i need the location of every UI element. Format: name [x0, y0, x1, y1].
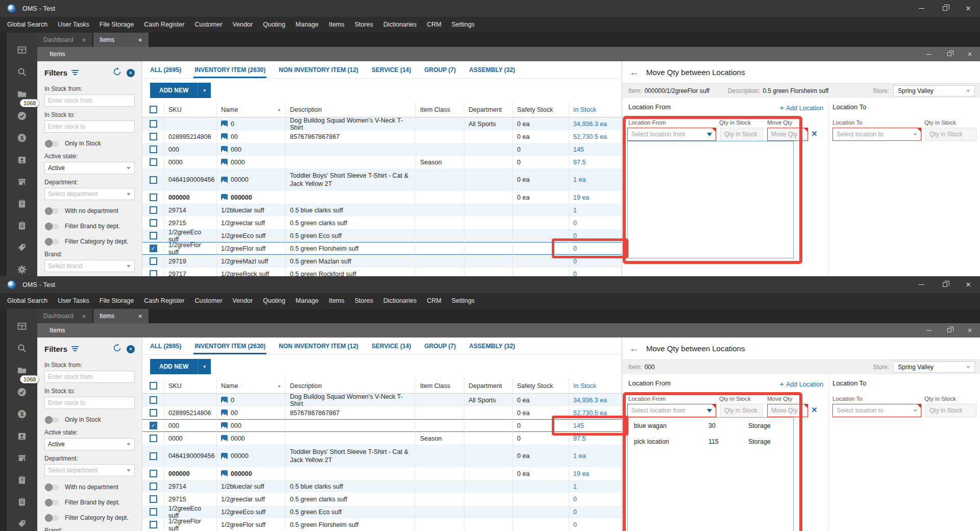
toggle-switch[interactable] [45, 141, 59, 147]
row-checkbox[interactable] [150, 508, 157, 516]
store-select[interactable]: Spring Valley [893, 85, 975, 96]
menu-item-user-tasks[interactable]: User Tasks [53, 17, 94, 33]
column-header[interactable]: Department [464, 378, 513, 393]
tab-items[interactable]: Items✕ [93, 33, 149, 47]
in-stock-value[interactable]: 19 ea [573, 470, 589, 477]
move-qty-input[interactable]: Move Qty [767, 404, 808, 417]
tab-dashboard[interactable]: Dashboard✕ [37, 309, 92, 323]
in-stock-value[interactable]: 0 [573, 232, 577, 239]
column-header[interactable]: Item Class [416, 378, 464, 393]
sidebar-item-clipboard-question[interactable]: ? [7, 194, 37, 215]
filter-input[interactable]: Enter stock from [44, 94, 135, 107]
row-checkbox[interactable] [150, 206, 157, 214]
add-new-button[interactable]: ADD NEW▼ [150, 359, 211, 374]
type-tab-all[interactable]: ALL (2695) [150, 343, 181, 354]
in-stock-value[interactable]: 97.5 [573, 159, 585, 166]
type-tab-4[interactable]: GROUP (7) [424, 66, 456, 78]
menu-item-stores[interactable]: Stores [350, 293, 378, 309]
add-location-link[interactable]: +Add Location [779, 103, 823, 112]
column-header[interactable]: Safety Stock [513, 378, 569, 393]
close-button[interactable]: ✕ [960, 47, 980, 61]
add-new-dropdown[interactable]: ▼ [198, 83, 211, 98]
filter-select[interactable]: Select department [44, 464, 135, 476]
menu-item-manage[interactable]: Manage [290, 293, 324, 309]
filter-input[interactable]: Enter stock from [44, 371, 135, 383]
close-button[interactable]: ✕ [960, 323, 980, 337]
type-tab-5[interactable]: ASSEMBLY (32) [469, 343, 515, 354]
move-qty-input[interactable]: Move Qty [767, 128, 808, 141]
toggle-switch[interactable] [45, 224, 59, 229]
sidebar-item-tasks-check[interactable] [7, 382, 37, 404]
restore-button[interactable] [933, 0, 957, 17]
sidebar-item-tag[interactable] [7, 514, 37, 531]
in-stock-value[interactable]: 52,730.5 ea [573, 133, 607, 140]
type-tab-all[interactable]: ALL (2695) [150, 66, 181, 78]
menu-item-items[interactable]: Items [324, 17, 350, 33]
sidebar-item-tasks-check[interactable] [7, 106, 37, 128]
in-stock-value[interactable]: 34,936.3 ea [573, 120, 607, 128]
minimize-button[interactable] [919, 323, 939, 337]
tab-dashboard[interactable]: Dashboard✕ [37, 33, 92, 47]
in-stock-value[interactable]: 0 [573, 496, 577, 503]
location-option[interactable]: pick location115Storage [628, 433, 793, 449]
in-stock-value[interactable]: 97.5 [573, 435, 585, 442]
column-header[interactable]: Safety Stock [513, 102, 569, 117]
filter-input[interactable]: Enter stock to [44, 120, 135, 133]
row-checkbox[interactable] [150, 158, 157, 166]
type-tab-3[interactable]: SERVICE (14) [372, 66, 411, 78]
in-stock-value[interactable]: 145 [573, 422, 584, 429]
sidebar-item-contact[interactable] [7, 150, 37, 172]
in-stock-value[interactable]: 0 [573, 258, 577, 265]
restore-button[interactable] [939, 323, 960, 337]
row-checkbox[interactable] [150, 470, 157, 477]
location-option[interactable]: blue wagan30Storage [628, 418, 793, 433]
menu-item-user-tasks[interactable]: User Tasks [53, 293, 94, 309]
refresh-icon[interactable] [113, 344, 121, 354]
menu-item-vendor[interactable]: Vendor [228, 17, 258, 33]
row-checkbox[interactable] [150, 232, 157, 239]
column-header[interactable]: Name▲ [217, 102, 286, 117]
sidebar-item-clipboard-list[interactable] [7, 215, 37, 237]
row-checkbox[interactable] [150, 270, 157, 276]
sidebar-item-store[interactable] [7, 448, 37, 470]
in-stock-value[interactable]: 0 [573, 245, 577, 252]
row-checkbox[interactable] [150, 435, 157, 442]
location-from-select[interactable]: Select location from [627, 404, 716, 417]
row-checkbox[interactable] [150, 409, 157, 417]
in-stock-value[interactable]: 145 [573, 146, 584, 153]
sidebar-item-clipboard-question[interactable]: ? [7, 470, 37, 492]
in-stock-value[interactable]: 0 [573, 509, 577, 516]
sidebar-item-money[interactable]: $ [7, 404, 37, 426]
menu-item-dictionaries[interactable]: Dictionaries [378, 293, 422, 309]
tab-items[interactable]: Items✕ [93, 309, 149, 323]
type-tab-4[interactable]: GROUP (7) [424, 343, 456, 354]
menu-item-settings[interactable]: Settings [447, 17, 480, 33]
menu-item-crm[interactable]: CRM [422, 17, 446, 33]
clear-filters-icon[interactable]: ✕ [127, 69, 135, 77]
select-all-checkbox[interactable] [150, 106, 157, 113]
type-tab-1[interactable]: INVENTORY ITEM (2630) [194, 343, 265, 354]
minimize-button[interactable] [910, 276, 933, 293]
back-arrow-icon[interactable]: ← [629, 67, 639, 77]
toggle-switch[interactable] [45, 239, 59, 245]
in-stock-value[interactable]: 0 [573, 521, 577, 528]
row-checkbox[interactable] [150, 521, 157, 528]
add-location-link[interactable]: +Add Location [779, 379, 823, 388]
row-checkbox[interactable] [150, 257, 157, 265]
filter-select[interactable]: Active [44, 438, 135, 450]
in-stock-value[interactable]: 52,730.5 ea [573, 409, 607, 417]
toggle-switch[interactable] [45, 485, 59, 490]
in-stock-value[interactable]: 1 [573, 483, 577, 490]
tab-close-icon[interactable]: ✕ [136, 312, 144, 320]
sidebar-item-search[interactable] [7, 62, 37, 84]
menu-item-file-storage[interactable]: File Storage [94, 17, 139, 33]
type-tab-5[interactable]: ASSEMBLY (32) [469, 66, 515, 78]
add-new-dropdown[interactable]: ▼ [198, 359, 211, 374]
menu-item-vendor[interactable]: Vendor [228, 293, 258, 309]
row-checkbox[interactable] [150, 120, 157, 128]
sidebar-item-contact[interactable] [7, 426, 37, 448]
column-header[interactable]: SKU [164, 102, 217, 117]
type-tab-2[interactable]: NON INVENTORY ITEM (12) [279, 343, 358, 354]
toggle-switch[interactable] [45, 500, 59, 505]
location-from-select[interactable]: Select location from [627, 128, 716, 141]
